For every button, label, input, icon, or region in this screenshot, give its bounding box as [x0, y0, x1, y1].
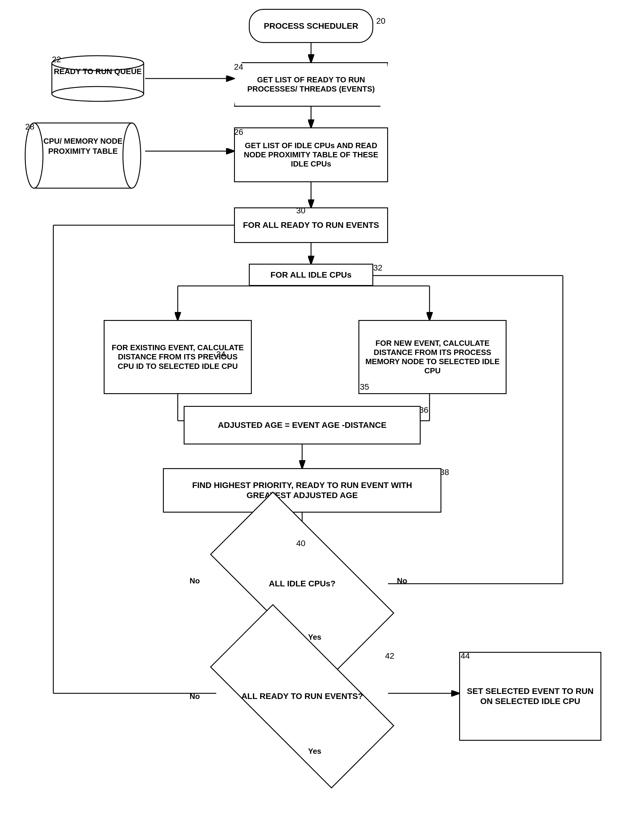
calc-new-label: FOR NEW EVENT, CALCULATE DISTANCE FROM I… — [359, 339, 506, 376]
no-label-1: No — [190, 576, 200, 586]
no-label-2: No — [397, 576, 407, 586]
process-scheduler-label: PROCESS SCHEDULER — [264, 21, 358, 31]
get-list-events-label: GET LIST OF READY TO RUN PROCESSES/ THRE… — [235, 75, 387, 93]
calc-new-box: FOR NEW EVENT, CALCULATE DISTANCE FROM I… — [358, 320, 507, 394]
ref-30: 30 — [296, 206, 305, 215]
svg-point-28 — [52, 87, 144, 101]
ref-20: 20 — [376, 16, 385, 26]
cpu-memory-label: CPU/ MEMORY NODE PROXIMITY TABLE — [43, 137, 122, 155]
all-ready-run-label: ALL READY TO RUN EVENTS? — [241, 691, 363, 702]
get-list-idle-label: GET LIST OF IDLE CPUs AND READ NODE PROX… — [235, 141, 387, 169]
process-scheduler-box: PROCESS SCHEDULER — [249, 9, 373, 43]
yes-label-1: Yes — [308, 632, 321, 642]
ref-22: 22 — [52, 55, 61, 64]
for-all-idle-box: FOR ALL IDLE CPUs — [249, 264, 373, 286]
ref-44: 44 — [460, 651, 470, 661]
all-idle-cpus-label: ALL IDLE CPUs? — [269, 579, 335, 589]
ref-32: 32 — [373, 263, 382, 272]
ref-38: 38 — [440, 468, 449, 477]
calc-existing-box: FOR EXISTING EVENT, CALCULATE DISTANCE F… — [104, 320, 252, 394]
get-list-idle-box: GET LIST OF IDLE CPUs AND READ NODE PROX… — [234, 127, 388, 182]
find-highest-label: FIND HIGHEST PRIORITY, READY TO RUN EVEN… — [164, 480, 441, 500]
flowchart-diagram: PROCESS SCHEDULER 20 GET LIST OF READY T… — [0, 0, 620, 840]
all-idle-cpus-diamond: ALL IDLE CPUs? — [216, 539, 388, 628]
yes-label-2: Yes — [308, 747, 321, 756]
ref-35: 35 — [360, 382, 369, 392]
ref-28: 28 — [25, 122, 35, 132]
ref-26: 26 — [234, 127, 243, 137]
ref-24: 24 — [234, 62, 243, 72]
cpu-memory-node-cylinder: CPU/ MEMORY NODE PROXIMITY TABLE — [24, 122, 142, 190]
get-list-events-box: GET LIST OF READY TO RUN PROCESSES/ THRE… — [234, 62, 388, 107]
find-highest-box: FIND HIGHEST PRIORITY, READY TO RUN EVEN… — [163, 468, 441, 513]
ready-to-run-queue-cylinder: READY TO RUN QUEUE — [50, 55, 145, 102]
calc-existing-label: FOR EXISTING EVENT, CALCULATE DISTANCE F… — [105, 343, 251, 371]
no-label-3: No — [190, 692, 200, 701]
for-all-idle-label: FOR ALL IDLE CPUs — [271, 270, 352, 280]
ref-36: 36 — [419, 405, 428, 415]
adjusted-age-box: ADJUSTED AGE = EVENT AGE -DISTANCE — [184, 406, 421, 444]
adjusted-age-label: ADJUSTED AGE = EVENT AGE -DISTANCE — [218, 420, 386, 430]
ref-34: 34 — [216, 350, 226, 359]
for-all-ready-box: FOR ALL READY TO RUN EVENTS — [234, 208, 388, 243]
set-selected-label: SET SELECTED EVENT TO RUN ON SELECTED ID… — [460, 686, 600, 706]
all-ready-run-diamond: ALL READY TO RUN EVENTS? — [216, 652, 388, 741]
for-all-ready-label: FOR ALL READY TO RUN EVENTS — [243, 220, 379, 230]
ref-40: 40 — [296, 539, 305, 548]
set-selected-box: SET SELECTED EVENT TO RUN ON SELECTED ID… — [459, 652, 601, 741]
ref-42: 42 — [385, 651, 394, 661]
ready-queue-label: READY TO RUN QUEUE — [54, 67, 142, 76]
